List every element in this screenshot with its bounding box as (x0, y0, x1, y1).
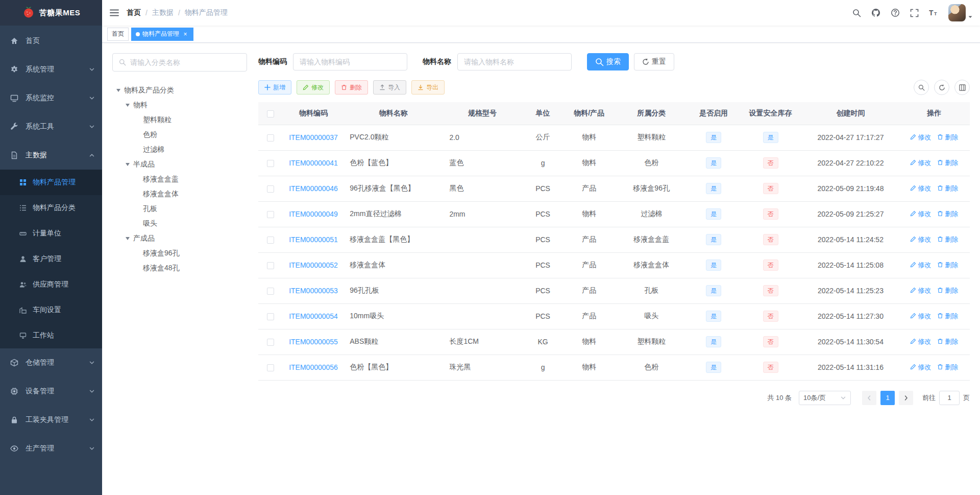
row-edit-link[interactable]: 修改 (910, 363, 931, 372)
page-size-select[interactable]: 10条/页 (799, 391, 851, 405)
sidebar-subitem-4-0[interactable]: 物料产品管理 (0, 170, 102, 195)
search-icon[interactable] (847, 0, 866, 26)
sidebar-subitem-4-1[interactable]: 物料产品分类 (0, 195, 102, 221)
goto-page-input[interactable] (939, 391, 960, 405)
column-header[interactable]: 是否启用 (689, 102, 739, 125)
sidebar-item-3[interactable]: 系统工具 (0, 112, 102, 141)
sidebar-item-5[interactable]: 仓储管理 (0, 348, 102, 377)
tree-node[interactable]: 移液盒48孔 (112, 261, 247, 275)
sidebar-subitem-4-3[interactable]: 客户管理 (0, 246, 102, 272)
tree-node[interactable]: 物料 (112, 98, 247, 112)
material-code-link[interactable]: ITEM00000041 (289, 159, 338, 167)
row-edit-link[interactable]: 修改 (910, 337, 931, 346)
help-icon[interactable] (886, 0, 905, 26)
row-checkbox[interactable] (267, 364, 274, 371)
sidebar-subitem-4-4[interactable]: 供应商管理 (0, 272, 102, 297)
sidebar-item-6[interactable]: 设备管理 (0, 377, 102, 406)
row-edit-link[interactable]: 修改 (910, 286, 931, 295)
caret-down-icon[interactable] (126, 104, 130, 107)
tree-node[interactable]: 移液盒96孔 (112, 246, 247, 261)
row-checkbox[interactable] (267, 313, 274, 320)
material-code-link[interactable]: ITEM00000055 (289, 338, 338, 346)
material-code-link[interactable]: ITEM00000049 (289, 210, 338, 218)
column-header[interactable]: 所属分类 (614, 102, 689, 125)
row-delete-link[interactable]: 删除 (937, 337, 958, 346)
tree-node[interactable]: 过滤棉 (112, 142, 247, 157)
row-edit-link[interactable]: 修改 (910, 184, 931, 193)
material-code-link[interactable]: ITEM00000037 (289, 133, 338, 142)
tab-1[interactable]: 物料产品管理× (131, 28, 193, 41)
tree-node[interactable]: 孔板 (112, 201, 247, 216)
breadcrumb-item-0[interactable]: 首页 (127, 8, 141, 17)
export-button[interactable]: 导出 (411, 80, 445, 95)
row-delete-link[interactable]: 删除 (937, 261, 958, 270)
page-1-button[interactable]: 1 (880, 391, 895, 405)
row-checkbox[interactable] (267, 288, 274, 295)
row-edit-link[interactable]: 修改 (910, 133, 931, 142)
row-checkbox[interactable] (267, 211, 274, 218)
caret-down-icon[interactable] (126, 237, 130, 240)
row-checkbox[interactable] (267, 185, 274, 193)
row-delete-link[interactable]: 删除 (937, 312, 958, 321)
font-size-icon[interactable]: TT (924, 0, 943, 26)
material-code-link[interactable]: ITEM00000046 (289, 184, 338, 193)
material-code-link[interactable]: ITEM00000051 (289, 235, 338, 244)
row-edit-link[interactable]: 修改 (910, 158, 931, 168)
column-header[interactable]: 物料/产品 (564, 102, 614, 125)
edit-button[interactable]: 修改 (297, 80, 330, 95)
user-menu[interactable] (948, 4, 973, 21)
close-icon[interactable]: × (182, 31, 189, 38)
tab-0[interactable]: 首页 (107, 28, 129, 41)
prev-page-button[interactable] (862, 391, 876, 405)
tree-node[interactable]: 移液盒盒体 (112, 186, 247, 201)
search-button[interactable]: 搜索 (587, 53, 629, 70)
reset-button[interactable]: 重置 (634, 53, 674, 70)
material-code-link[interactable]: ITEM00000053 (289, 287, 338, 295)
select-all-checkbox[interactable] (267, 110, 274, 117)
row-checkbox[interactable] (267, 237, 274, 244)
add-button[interactable]: 新增 (258, 80, 291, 95)
category-search-input[interactable] (130, 58, 240, 66)
sidebar-item-4[interactable]: 主数据 (0, 141, 102, 170)
row-checkbox[interactable] (267, 134, 274, 142)
row-checkbox[interactable] (267, 339, 274, 346)
column-header[interactable]: 创建时间 (802, 102, 898, 125)
code-filter-input[interactable] (293, 53, 407, 70)
tree-node[interactable]: 物料及产品分类 (112, 83, 247, 98)
column-header[interactable]: 物料编码 (283, 102, 344, 125)
tree-node[interactable]: 产成品 (112, 231, 247, 246)
sidebar-item-2[interactable]: 系统监控 (0, 84, 102, 112)
row-edit-link[interactable]: 修改 (910, 312, 931, 321)
row-delete-link[interactable]: 删除 (937, 184, 958, 193)
breadcrumb-item-1[interactable]: 主数据 (152, 8, 174, 17)
column-header[interactable]: 设置安全库存 (739, 102, 802, 125)
row-delete-link[interactable]: 删除 (937, 209, 958, 219)
hamburger-icon[interactable] (102, 0, 127, 26)
github-icon[interactable] (866, 0, 886, 26)
row-delete-link[interactable]: 删除 (937, 158, 958, 168)
import-button[interactable]: 导入 (373, 80, 406, 95)
row-edit-link[interactable]: 修改 (910, 235, 931, 244)
sidebar-subitem-4-2[interactable]: 计量单位 (0, 221, 102, 246)
row-edit-link[interactable]: 修改 (910, 209, 931, 219)
name-filter-input[interactable] (457, 53, 572, 70)
sidebar-item-1[interactable]: 系统管理 (0, 55, 102, 84)
material-code-link[interactable]: ITEM00000054 (289, 312, 338, 320)
sidebar-item-8[interactable]: 生产管理 (0, 434, 102, 463)
app-logo[interactable]: 苦糖果MES (0, 0, 102, 26)
caret-down-icon[interactable] (116, 89, 120, 92)
column-header[interactable]: 物料名称 (344, 102, 443, 125)
sidebar-item-7[interactable]: 工装夹具管理 (0, 406, 102, 434)
column-header[interactable]: 操作 (899, 102, 970, 125)
toggle-search-button[interactable] (914, 80, 929, 95)
tree-node[interactable]: 色粉 (112, 127, 247, 142)
caret-down-icon[interactable] (126, 163, 130, 166)
avatar[interactable] (948, 4, 966, 21)
material-code-link[interactable]: ITEM00000052 (289, 261, 338, 269)
row-delete-link[interactable]: 删除 (937, 363, 958, 372)
delete-button[interactable]: 删除 (335, 80, 368, 95)
row-delete-link[interactable]: 删除 (937, 133, 958, 142)
tree-node[interactable]: 移液盒盒盖 (112, 172, 247, 186)
sidebar-item-0[interactable]: 首页 (0, 27, 102, 55)
tree-node[interactable]: 半成品 (112, 157, 247, 172)
